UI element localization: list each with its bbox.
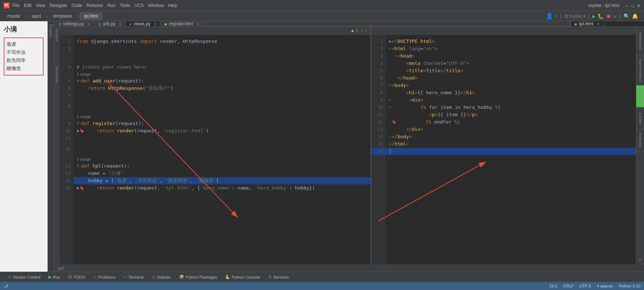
collapse-icon-5[interactable]: ▼ <box>77 77 80 85</box>
rln-10: 10 <box>371 104 386 111</box>
title-bar: PC File Edit View Navigate Code Refactor… <box>0 0 644 11</box>
breadcrumb-mysite[interactable]: mysite <box>3 12 25 20</box>
browser-menu: 逃课 不写作业 欺负同学 睡懒觉 <box>4 37 44 76</box>
bookmark-icon-10[interactable]: 🔖 <box>80 127 84 135</box>
rln-13: 13 <box>371 126 386 133</box>
terminal-icon: ▭ <box>123 275 127 279</box>
search-button[interactable]: 🔍 <box>623 13 630 19</box>
r-icon-1: ◈ <box>389 38 391 45</box>
menu-file[interactable]: File <box>12 3 19 8</box>
menu-edit[interactable]: Edit <box>24 3 32 8</box>
menu-item-1: 不写作业 <box>7 48 41 56</box>
rln-9: 9 <box>371 96 386 104</box>
key-promoter-sidebar-item[interactable]: Key Promoter X <box>636 56 644 85</box>
up-arrow-icon[interactable]: ↑ <box>360 28 363 33</box>
tab-statistic[interactable]: ◷ Statistic <box>148 274 175 280</box>
tab-views[interactable]: ● views.py ✕ <box>126 21 161 26</box>
dropdown-arrow-icon[interactable]: ▾ <box>555 14 557 18</box>
status-python[interactable]: Python 3.10 <box>619 284 640 288</box>
run-button[interactable]: ▶ <box>592 13 595 19</box>
right-code-area[interactable]: 1 2 3 4 5 6 7 8 9 10 11 12 13 14 <box>371 35 636 264</box>
console-label: Python Console <box>232 275 260 279</box>
structure-label[interactable]: Structure <box>55 27 59 43</box>
down-arrow-icon[interactable]: ↓ <box>365 28 368 33</box>
rcode-line-15: </html> <box>386 140 636 148</box>
minimize-button[interactable]: — <box>625 3 628 8</box>
tab-python-console[interactable]: 🐍 Python Console <box>221 274 264 280</box>
collapse-icon-9[interactable]: ▼ <box>77 120 80 127</box>
warning-triangle-icon: ▲ <box>351 28 354 33</box>
tab-urls-close[interactable]: ✕ <box>119 22 122 26</box>
breadcrumb-templates[interactable]: templates <box>49 12 77 20</box>
tab-settings-label: settings.py <box>63 21 84 26</box>
breadcrumb-app1[interactable]: app1 <box>27 12 46 20</box>
menu-navigate[interactable]: Navigate <box>50 3 67 8</box>
rln-4: 4 <box>371 60 386 67</box>
tab-terminal[interactable]: ▭ Terminal <box>119 274 147 280</box>
database-sidebar-item[interactable]: Database <box>636 85 644 107</box>
menu-window[interactable]: Window <box>148 3 164 8</box>
rln-5: 5 <box>371 67 386 74</box>
line-num-usage-2 <box>59 113 74 120</box>
tab-settings-close[interactable]: ✕ <box>87 22 90 26</box>
menu-refactor[interactable]: Refactor <box>87 3 103 8</box>
tab-register[interactable]: ◈ register.html ✕ <box>161 21 203 26</box>
line-num-2: 2 <box>59 45 74 52</box>
tab-version-control[interactable]: ⎇ Version Control <box>3 274 44 280</box>
project-sidebar-label[interactable]: Project <box>48 21 55 272</box>
window-controls: — ☐ ✕ <box>625 3 640 8</box>
status-encoding[interactable]: UTF-8 <box>579 284 591 288</box>
endpoints-sidebar-item[interactable]: Endpoints <box>636 129 644 151</box>
django-icon: dj <box>58 22 61 26</box>
bookmark-icon-16[interactable]: 🔖 <box>80 184 84 192</box>
menu-vcs[interactable]: VCS <box>135 3 144 8</box>
notifications-sidebar-item[interactable]: Notifications <box>636 27 644 56</box>
close-button[interactable]: ✕ <box>637 3 640 8</box>
tab-settings[interactable]: dj settings.py ✕ <box>55 21 94 26</box>
breadcrumb-tplhtml[interactable]: tpl.html <box>80 12 103 20</box>
tab-run[interactable]: ▶ Run <box>45 274 64 280</box>
menu-run[interactable]: Run <box>107 3 115 8</box>
tab-urls-label: urls.py <box>103 21 115 26</box>
left-code-area[interactable]: 1 2 4 5 6 7 8 9 10 11 12 <box>59 35 371 264</box>
line-num-5: 5 <box>59 77 74 85</box>
status-line-ending[interactable]: CRLF <box>563 284 574 288</box>
tab-python-packages[interactable]: 📦 Python Packages <box>176 274 221 280</box>
tab-problems[interactable]: ⚠ Problems <box>89 274 119 280</box>
tab-register-close[interactable]: ✕ <box>196 22 199 26</box>
project-selector[interactable]: dj mysite ▾ <box>564 14 585 19</box>
status-position[interactable]: 16:1 <box>549 284 557 288</box>
menu-item-3: 睡懒觉 <box>7 65 41 73</box>
tab-views-close[interactable]: ✕ <box>154 22 157 26</box>
line-num-12: 12 <box>59 142 74 156</box>
tab-tpl-close[interactable]: ✕ <box>597 22 600 26</box>
statistic-icon: ◷ <box>152 275 155 279</box>
window-title: mysite - tpl.html <box>589 3 619 8</box>
tab-urls[interactable]: dj urls.py ✕ <box>94 21 126 26</box>
left-code-content[interactable]: from django.shortcuts import render, Htt… <box>74 35 371 264</box>
rcode-line-12: ▷ 🔖 {% endfor %} <box>386 118 636 126</box>
notification-bell[interactable]: 🔔 <box>632 13 638 19</box>
menu-help[interactable]: Help <box>168 3 177 8</box>
status-left: ⎇ <box>4 284 8 289</box>
collapse-icon-13[interactable]: ▼ <box>77 162 80 170</box>
menu-code[interactable]: Code <box>71 3 82 8</box>
menu-tools[interactable]: Tools <box>120 3 130 8</box>
update-button[interactable]: ↻ <box>613 13 616 19</box>
sciview-sidebar-item[interactable]: SciView <box>636 107 644 129</box>
right-code-content[interactable]: ◈ <!DOCTYPE html> ▼ <html lang="en"> ▼ <… <box>386 35 636 264</box>
line-num-14: 14 <box>59 170 74 177</box>
status-indent[interactable]: 4 spaces <box>597 284 613 288</box>
maximize-button[interactable]: ☐ <box>631 3 634 8</box>
rln-16: 16 <box>371 148 386 155</box>
bookmark-icon-r12[interactable]: 🔖 <box>392 118 396 126</box>
tab-tpl[interactable]: ◈ tpl.html ✕ <box>571 21 604 26</box>
debug-button[interactable]: 🐛 <box>597 13 604 19</box>
checkmark-icon[interactable]: ✓ <box>639 257 641 263</box>
bookmarks-label[interactable]: Bookmarks <box>55 65 59 85</box>
tab-todo[interactable]: ☑ TODO <box>65 274 89 280</box>
vcs-icon: ⎇ <box>7 275 11 279</box>
tab-services[interactable]: ⚙ Services <box>265 274 292 280</box>
menu-view[interactable]: View <box>36 3 45 8</box>
stop-button[interactable]: ⏹ <box>606 13 611 19</box>
